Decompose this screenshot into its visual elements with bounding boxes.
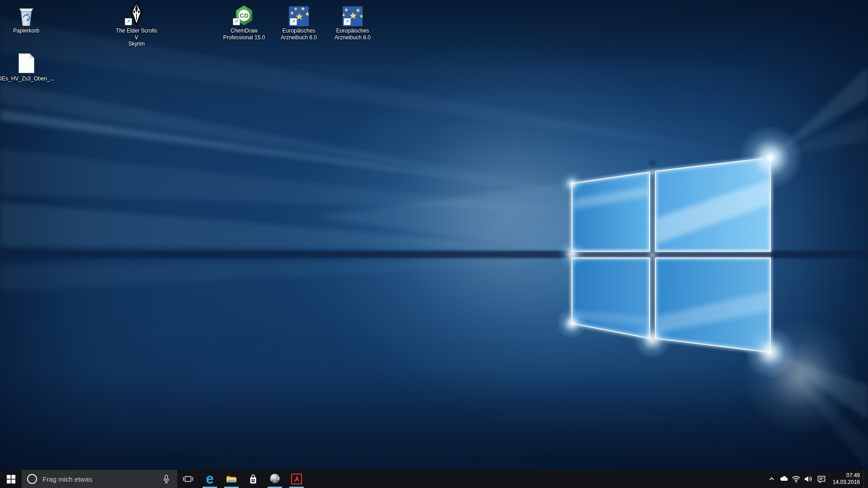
taskbar-app-globe-pro[interactable]: PRO: [264, 470, 286, 488]
windows-desktop: Papierkorb ↗ The Elder Scrolls VSkyrim: [0, 0, 868, 488]
task-view-button[interactable]: [177, 470, 199, 488]
clock-time: 07:49: [846, 472, 860, 479]
eu-flag-icon: ↗: [343, 1, 363, 26]
tray-action-center-icon[interactable]: [814, 470, 828, 488]
clock-date: 14.03.2016: [833, 479, 860, 486]
start-button[interactable]: [0, 470, 22, 488]
windows-logo-icon: [7, 475, 15, 483]
icon-label: EuropäischesArzneibuch 6.0: [281, 28, 317, 41]
taskbar-app-edge[interactable]: e: [199, 470, 221, 488]
taskbar-clock[interactable]: 07:49 14.03.2016: [828, 470, 863, 488]
tray-volume-icon[interactable]: [802, 470, 814, 488]
shortcut-arrow-icon: ↗: [344, 18, 351, 25]
store-icon: [247, 473, 259, 485]
icon-label: DEs_HV_Zs3_Oben_...: [0, 75, 55, 82]
desktop-icon-chemdraw[interactable]: CD ↗ ChemDrawProfessional 15.0: [222, 1, 267, 41]
edge-icon: e: [203, 472, 217, 486]
search-input[interactable]: [42, 475, 156, 483]
file-explorer-icon: [225, 473, 238, 485]
show-desktop-button[interactable]: [863, 470, 868, 488]
document-icon: [19, 49, 34, 74]
acrobat-icon: [291, 473, 302, 485]
tray-wifi-icon[interactable]: [790, 470, 802, 488]
desktop-icon-arzneibuch-8[interactable]: ↗ EuropäischesArzneibuch 8.0: [330, 1, 375, 41]
windows-hero-logo: [0, 0, 868, 488]
desktop-icon-skyrim[interactable]: ↗ The Elder Scrolls VSkyrim: [114, 1, 159, 47]
svg-text:CD: CD: [240, 12, 249, 19]
taskbar-app-acrobat[interactable]: [286, 470, 307, 488]
taskbar-empty-area: [307, 470, 765, 488]
globe-pro-icon: PRO: [269, 473, 281, 485]
svg-text:PRO: PRO: [273, 480, 278, 483]
shortcut-arrow-icon: ↗: [233, 18, 240, 25]
desktop-icon-document[interactable]: DEs_HV_Zs3_Oben_...: [4, 49, 49, 82]
icon-label: EuropäischesArzneibuch 8.0: [335, 28, 371, 41]
cortana-icon: [27, 474, 37, 484]
tray-chevron-up-icon[interactable]: [765, 470, 778, 488]
desktop-icon-arzneibuch-6[interactable]: ↗ EuropäischesArzneibuch 6.0: [276, 1, 321, 41]
icon-label: Papierkorb: [13, 28, 39, 34]
eu-flag-icon: ↗: [289, 1, 309, 26]
microphone-icon[interactable]: [161, 474, 172, 484]
tray-onedrive-cloud-icon[interactable]: [778, 470, 790, 488]
taskbar-app-store[interactable]: [242, 470, 264, 488]
recycle-bin-icon: [17, 1, 35, 26]
shortcut-arrow-icon: ↗: [290, 18, 297, 25]
cortana-search-box[interactable]: [22, 470, 177, 488]
icon-label: The Elder Scrolls VSkyrim: [114, 28, 159, 47]
skyrim-icon: ↗: [127, 1, 146, 26]
svg-text:e: e: [206, 472, 213, 486]
desktop-icon-recycle-bin[interactable]: Papierkorb: [4, 1, 49, 34]
taskbar-app-file-explorer[interactable]: [221, 470, 242, 488]
icon-label: ChemDrawProfessional 15.0: [223, 28, 265, 41]
taskbar: e: [0, 470, 868, 488]
shortcut-arrow-icon: ↗: [125, 18, 132, 25]
wallpaper: [0, 0, 868, 488]
chemdraw-icon: CD ↗: [234, 1, 255, 26]
task-view-icon: [182, 473, 194, 485]
